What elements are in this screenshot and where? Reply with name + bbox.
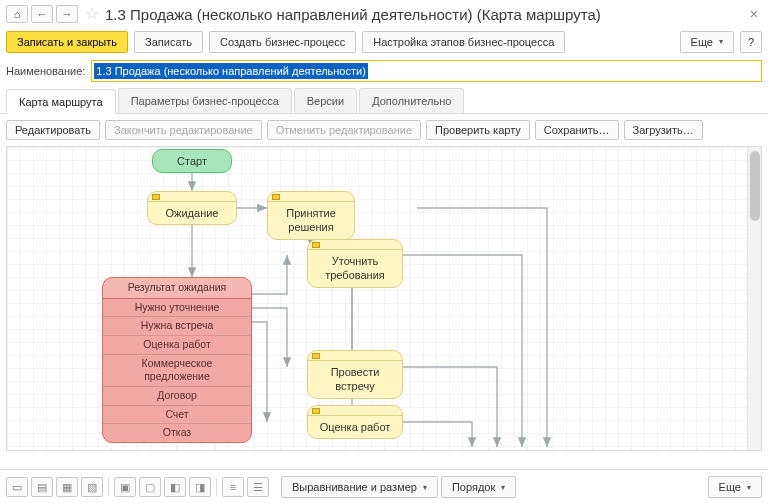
chevron-down-icon: ▾ (423, 483, 427, 492)
vertical-scrollbar[interactable] (747, 147, 761, 450)
route-map-canvas[interactable]: Старт Ожидание Принятие решения Уточнить… (6, 146, 762, 451)
chevron-down-icon: ▾ (719, 37, 723, 46)
home-icon[interactable]: ⌂ (6, 5, 28, 23)
finish-edit-button: Закончить редактирование (105, 120, 262, 140)
tab-route-map[interactable]: Карта маршрута (6, 89, 116, 114)
node-clarify-requirements[interactable]: Уточнить требования (307, 239, 403, 288)
save-and-close-button[interactable]: Записать и закрыть (6, 31, 128, 53)
save-button[interactable]: Записать (134, 31, 203, 53)
help-button[interactable]: ? (740, 31, 762, 53)
ungroup-icon[interactable]: ◨ (189, 477, 211, 497)
shape-group2-icon[interactable]: ▦ (56, 477, 78, 497)
tab-bp-parameters[interactable]: Параметры бизнес-процесса (118, 88, 292, 113)
node-decision[interactable]: Принятие решения (267, 191, 355, 240)
node-estimate-label: Оценка работ (308, 416, 402, 438)
send-back-icon[interactable]: ▢ (139, 477, 161, 497)
name-input[interactable]: 1.3 Продажа (несколько направлений деяте… (91, 60, 762, 82)
favorite-star-icon[interactable]: ☆ (85, 4, 99, 25)
cancel-edit-button: Отменить редактирование (267, 120, 421, 140)
chevron-down-icon: ▾ (747, 483, 751, 492)
node-meeting-label: Провести встречу (308, 361, 402, 398)
task-icon (312, 408, 320, 414)
name-label: Наименование: (6, 64, 85, 78)
node-wait-label: Ожидание (148, 202, 236, 224)
save-map-button[interactable]: Сохранить… (535, 120, 619, 140)
node-start[interactable]: Старт (152, 149, 232, 173)
node-decision-label: Принятие решения (268, 202, 354, 239)
condition-row[interactable]: Коммерческое предложение (103, 355, 251, 387)
order-button[interactable]: Порядок▾ (441, 476, 516, 498)
bring-front-icon[interactable]: ▣ (114, 477, 136, 497)
edit-button[interactable]: Редактировать (6, 120, 100, 140)
close-icon[interactable]: × (746, 5, 762, 23)
tab-additional[interactable]: Дополнительно (359, 88, 464, 113)
condition-row[interactable]: Договор (103, 387, 251, 406)
bottom-more-button[interactable]: Еще▾ (708, 476, 762, 498)
node-wait-result-condition[interactable]: Результат ожидания Нужно уточнение Нужна… (102, 277, 252, 443)
condition-row[interactable]: Оценка работ (103, 336, 251, 355)
shape-type-icon[interactable]: ▭ (6, 477, 28, 497)
node-estimate-work[interactable]: Оценка работ (307, 405, 403, 439)
condition-row[interactable]: Счет (103, 406, 251, 425)
node-hold-meeting[interactable]: Провести встречу (307, 350, 403, 399)
map-toolbar: Редактировать Закончить редактирование О… (0, 114, 768, 146)
align-and-size-button[interactable]: Выравнивание и размер▾ (281, 476, 438, 498)
more-button[interactable]: Еще▾ (680, 31, 734, 53)
node-wait[interactable]: Ожидание (147, 191, 237, 225)
more-button-label: Еще (691, 36, 713, 48)
condition-row[interactable]: Нужно уточнение (103, 299, 251, 318)
distribute-v-icon[interactable]: ☰ (247, 477, 269, 497)
condition-row[interactable]: Нужна встреча (103, 317, 251, 336)
bottom-toolbar: ▭ ▤ ▦ ▧ ▣ ▢ ◧ ◨ ≡ ☰ Выравнивание и разме… (0, 469, 768, 504)
shape-group3-icon[interactable]: ▧ (81, 477, 103, 497)
back-icon[interactable]: ← (31, 5, 53, 23)
tab-versions[interactable]: Версии (294, 88, 357, 113)
group-icon[interactable]: ◧ (164, 477, 186, 497)
configure-stages-button[interactable]: Настройка этапов бизнес-процесса (362, 31, 565, 53)
distribute-h-icon[interactable]: ≡ (222, 477, 244, 497)
forward-icon[interactable]: → (56, 5, 78, 23)
condition-title: Результат ожидания (103, 278, 251, 299)
window-title: 1.3 Продажа (несколько направлений деяте… (105, 5, 601, 25)
title-bar: ⌂ ← → ☆ 1.3 Продажа (несколько направлен… (0, 0, 768, 27)
task-icon (312, 353, 320, 359)
command-bar: Записать и закрыть Записать Создать бизн… (0, 27, 768, 57)
check-map-button[interactable]: Проверить карту (426, 120, 530, 140)
tab-strip: Карта маршрута Параметры бизнес-процесса… (0, 88, 768, 114)
create-business-process-button[interactable]: Создать бизнес-процесс (209, 31, 356, 53)
task-icon (152, 194, 160, 200)
condition-row[interactable]: Отказ (103, 424, 251, 442)
name-row: Наименование: 1.3 Продажа (несколько нап… (0, 57, 768, 88)
name-input-value: 1.3 Продажа (несколько направлений деяте… (94, 63, 368, 79)
task-icon (272, 194, 280, 200)
load-map-button[interactable]: Загрузить… (624, 120, 703, 140)
shape-group1-icon[interactable]: ▤ (31, 477, 53, 497)
node-clarify-label: Уточнить требования (308, 250, 402, 287)
task-icon (312, 242, 320, 248)
chevron-down-icon: ▾ (501, 483, 505, 492)
